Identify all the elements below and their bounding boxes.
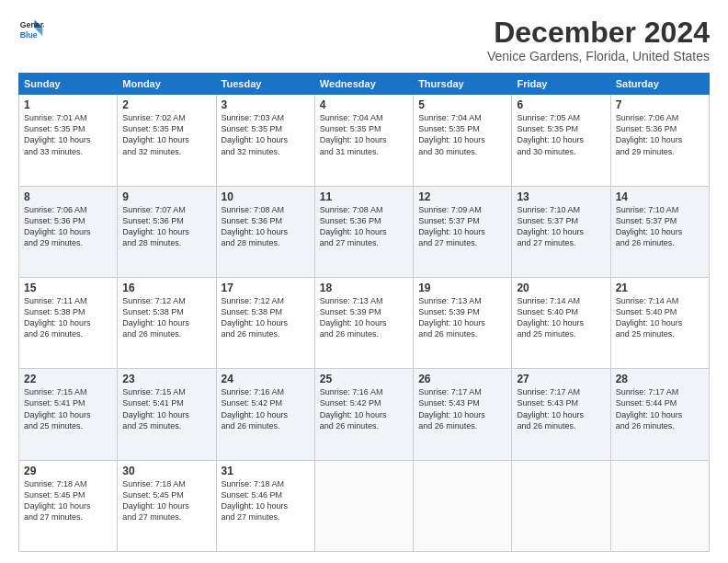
day-number: 22 [24, 373, 112, 385]
day-info: Sunrise: 7:10 AM Sunset: 5:37 PM Dayligh… [517, 204, 605, 249]
calendar-cell: 26Sunrise: 7:17 AM Sunset: 5:43 PM Dayli… [414, 369, 512, 460]
calendar-header-row: SundayMondayTuesdayWednesdayThursdayFrid… [19, 74, 710, 95]
day-number: 20 [517, 282, 605, 294]
day-info: Sunrise: 7:08 AM Sunset: 5:36 PM Dayligh… [320, 204, 408, 249]
calendar-week-row: 15Sunrise: 7:11 AM Sunset: 5:38 PM Dayli… [19, 277, 710, 368]
day-info: Sunrise: 7:17 AM Sunset: 5:43 PM Dayligh… [517, 386, 605, 431]
day-number: 28 [616, 373, 704, 385]
calendar-cell: 20Sunrise: 7:14 AM Sunset: 5:40 PM Dayli… [512, 277, 610, 368]
calendar-cell: 5Sunrise: 7:04 AM Sunset: 5:35 PM Daylig… [414, 95, 512, 186]
day-of-week-header: Sunday [19, 74, 118, 95]
calendar-cell: 8Sunrise: 7:06 AM Sunset: 5:36 PM Daylig… [19, 186, 118, 277]
calendar-cell: 16Sunrise: 7:12 AM Sunset: 5:38 PM Dayli… [118, 277, 216, 368]
calendar-cell [414, 460, 512, 551]
day-of-week-header: Wednesday [314, 74, 413, 95]
header: General Blue December 2024 Venice Garden… [18, 17, 710, 63]
calendar-cell: 30Sunrise: 7:18 AM Sunset: 5:45 PM Dayli… [118, 460, 216, 551]
day-info: Sunrise: 7:01 AM Sunset: 5:35 PM Dayligh… [24, 112, 112, 157]
calendar-cell: 3Sunrise: 7:03 AM Sunset: 5:35 PM Daylig… [216, 95, 314, 186]
calendar-cell: 29Sunrise: 7:18 AM Sunset: 5:45 PM Dayli… [19, 460, 118, 551]
calendar-cell: 31Sunrise: 7:18 AM Sunset: 5:46 PM Dayli… [216, 460, 314, 551]
day-number: 2 [122, 98, 210, 111]
calendar-cell: 22Sunrise: 7:15 AM Sunset: 5:41 PM Dayli… [19, 369, 118, 460]
calendar-week-row: 29Sunrise: 7:18 AM Sunset: 5:45 PM Dayli… [19, 460, 710, 551]
calendar-cell: 13Sunrise: 7:10 AM Sunset: 5:37 PM Dayli… [512, 186, 610, 277]
calendar-cell [610, 460, 709, 551]
logo: General Blue [18, 17, 44, 42]
day-number: 31 [222, 465, 310, 477]
day-number: 18 [320, 282, 408, 294]
day-number: 9 [122, 190, 210, 203]
day-info: Sunrise: 7:12 AM Sunset: 5:38 PM Dayligh… [122, 295, 210, 340]
day-info: Sunrise: 7:08 AM Sunset: 5:36 PM Dayligh… [222, 204, 310, 249]
svg-text:General: General [20, 20, 44, 29]
day-info: Sunrise: 7:03 AM Sunset: 5:35 PM Dayligh… [222, 112, 310, 157]
calendar-cell: 2Sunrise: 7:02 AM Sunset: 5:35 PM Daylig… [118, 95, 216, 186]
day-info: Sunrise: 7:13 AM Sunset: 5:39 PM Dayligh… [320, 295, 408, 340]
calendar-cell: 10Sunrise: 7:08 AM Sunset: 5:36 PM Dayli… [216, 186, 314, 277]
day-info: Sunrise: 7:05 AM Sunset: 5:35 PM Dayligh… [517, 112, 605, 157]
calendar-cell: 17Sunrise: 7:12 AM Sunset: 5:38 PM Dayli… [216, 277, 314, 368]
day-of-week-header: Tuesday [216, 74, 314, 95]
logo-icon: General Blue [18, 17, 44, 42]
day-info: Sunrise: 7:06 AM Sunset: 5:36 PM Dayligh… [616, 112, 704, 157]
day-info: Sunrise: 7:09 AM Sunset: 5:37 PM Dayligh… [418, 204, 506, 249]
day-number: 12 [418, 190, 506, 203]
day-info: Sunrise: 7:11 AM Sunset: 5:38 PM Dayligh… [24, 295, 112, 340]
day-info: Sunrise: 7:02 AM Sunset: 5:35 PM Dayligh… [122, 112, 210, 157]
calendar-cell: 4Sunrise: 7:04 AM Sunset: 5:35 PM Daylig… [314, 95, 413, 186]
day-number: 29 [24, 465, 112, 477]
day-number: 10 [222, 190, 310, 203]
day-number: 16 [122, 282, 210, 294]
day-info: Sunrise: 7:14 AM Sunset: 5:40 PM Dayligh… [517, 295, 605, 340]
day-info: Sunrise: 7:06 AM Sunset: 5:36 PM Dayligh… [24, 204, 112, 249]
calendar-cell: 7Sunrise: 7:06 AM Sunset: 5:36 PM Daylig… [610, 95, 709, 186]
calendar-page: General Blue December 2024 Venice Garden… [0, 0, 728, 563]
day-number: 11 [320, 190, 408, 203]
calendar-cell: 23Sunrise: 7:15 AM Sunset: 5:41 PM Dayli… [118, 369, 216, 460]
calendar-table: SundayMondayTuesdayWednesdayThursdayFrid… [18, 73, 710, 552]
day-info: Sunrise: 7:17 AM Sunset: 5:43 PM Dayligh… [418, 386, 506, 431]
day-number: 24 [222, 373, 310, 385]
calendar-cell: 12Sunrise: 7:09 AM Sunset: 5:37 PM Dayli… [414, 186, 512, 277]
svg-text:Blue: Blue [20, 30, 38, 40]
day-number: 23 [122, 373, 210, 385]
calendar-week-row: 8Sunrise: 7:06 AM Sunset: 5:36 PM Daylig… [19, 186, 710, 277]
day-info: Sunrise: 7:10 AM Sunset: 5:37 PM Dayligh… [616, 204, 704, 249]
day-number: 1 [24, 98, 112, 111]
day-of-week-header: Friday [512, 74, 610, 95]
calendar-week-row: 1Sunrise: 7:01 AM Sunset: 5:35 PM Daylig… [19, 95, 710, 186]
day-info: Sunrise: 7:16 AM Sunset: 5:42 PM Dayligh… [222, 386, 310, 431]
month-title: December 2024 [487, 17, 710, 49]
day-number: 3 [222, 98, 310, 111]
day-number: 6 [517, 98, 605, 111]
day-number: 4 [320, 98, 408, 111]
day-info: Sunrise: 7:12 AM Sunset: 5:38 PM Dayligh… [222, 295, 310, 340]
day-info: Sunrise: 7:18 AM Sunset: 5:46 PM Dayligh… [222, 478, 310, 523]
calendar-week-row: 22Sunrise: 7:15 AM Sunset: 5:41 PM Dayli… [19, 369, 710, 460]
day-number: 19 [418, 282, 506, 294]
day-number: 5 [418, 98, 506, 111]
day-info: Sunrise: 7:14 AM Sunset: 5:40 PM Dayligh… [616, 295, 704, 340]
day-info: Sunrise: 7:07 AM Sunset: 5:36 PM Dayligh… [122, 204, 210, 249]
day-number: 7 [616, 98, 704, 111]
day-info: Sunrise: 7:15 AM Sunset: 5:41 PM Dayligh… [24, 386, 112, 431]
day-info: Sunrise: 7:18 AM Sunset: 5:45 PM Dayligh… [122, 478, 210, 523]
day-number: 17 [222, 282, 310, 294]
day-number: 26 [418, 373, 506, 385]
day-of-week-header: Monday [118, 74, 216, 95]
calendar-cell: 21Sunrise: 7:14 AM Sunset: 5:40 PM Dayli… [610, 277, 709, 368]
calendar-cell: 11Sunrise: 7:08 AM Sunset: 5:36 PM Dayli… [314, 186, 413, 277]
day-info: Sunrise: 7:13 AM Sunset: 5:39 PM Dayligh… [418, 295, 506, 340]
calendar-cell: 24Sunrise: 7:16 AM Sunset: 5:42 PM Dayli… [216, 369, 314, 460]
day-number: 25 [320, 373, 408, 385]
title-block: December 2024 Venice Gardens, Florida, U… [487, 17, 710, 63]
calendar-cell: 25Sunrise: 7:16 AM Sunset: 5:42 PM Dayli… [314, 369, 413, 460]
calendar-cell: 9Sunrise: 7:07 AM Sunset: 5:36 PM Daylig… [118, 186, 216, 277]
calendar-cell: 18Sunrise: 7:13 AM Sunset: 5:39 PM Dayli… [314, 277, 413, 368]
day-of-week-header: Thursday [414, 74, 512, 95]
calendar-cell: 6Sunrise: 7:05 AM Sunset: 5:35 PM Daylig… [512, 95, 610, 186]
day-number: 15 [24, 282, 112, 294]
calendar-cell [314, 460, 413, 551]
day-info: Sunrise: 7:15 AM Sunset: 5:41 PM Dayligh… [122, 386, 210, 431]
